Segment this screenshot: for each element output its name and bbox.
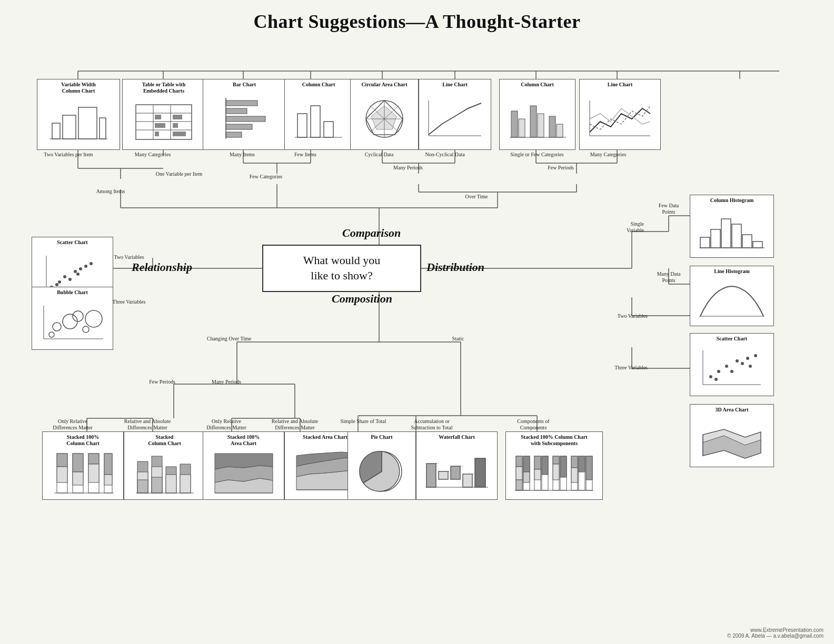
svg-rect-179 xyxy=(88,454,99,464)
svg-rect-148 xyxy=(721,219,731,248)
svg-rect-218 xyxy=(516,480,522,490)
column-chart-fewcat-title: Column Chart xyxy=(521,82,554,88)
line-noncycl-visual xyxy=(421,89,489,148)
footer-line1: www.ExtremePresentation.com xyxy=(727,627,823,633)
components-label: Components of Components xyxy=(510,418,557,431)
svg-point-129 xyxy=(68,278,72,281)
svg-point-162 xyxy=(714,378,718,381)
circular-area-box: Circular Area Chart xyxy=(350,79,419,150)
svg-rect-217 xyxy=(516,467,522,480)
svg-point-157 xyxy=(730,370,733,373)
many-categories-label: Many Categories xyxy=(132,152,174,158)
pie-chart-box: Pie Chart xyxy=(348,431,416,500)
few-items-label: Few Items xyxy=(290,152,321,158)
stacked-col-box: StackedColumn Chart xyxy=(124,431,205,500)
column-chart-fewcat-box: Column Chart xyxy=(499,79,575,150)
svg-rect-174 xyxy=(57,467,67,482)
line-chart-manycat-box: Line Chart xyxy=(579,79,661,150)
svg-rect-209 xyxy=(475,458,485,487)
svg-rect-118 xyxy=(519,119,525,137)
svg-rect-101 xyxy=(226,124,252,129)
line-histogram-title: Line Histogram xyxy=(714,268,750,275)
svg-point-161 xyxy=(749,365,752,368)
svg-rect-117 xyxy=(511,111,518,137)
composition-label: Composition xyxy=(332,292,392,306)
svg-rect-229 xyxy=(553,464,559,480)
svg-rect-177 xyxy=(73,472,83,485)
line-histogram-visual xyxy=(692,276,771,325)
waterfall-title: Waterfall Chart xyxy=(439,434,475,440)
single-variable-label: Single Variable xyxy=(612,221,644,234)
svg-rect-106 xyxy=(324,122,333,137)
svg-rect-98 xyxy=(226,100,257,106)
svg-point-134 xyxy=(55,283,58,286)
only-relative-2-label: Only Relative Differences Matter xyxy=(200,418,253,431)
relationship-label: Relationship xyxy=(132,260,192,274)
pie-visual xyxy=(350,441,413,498)
many-data-points-label: Many Data Points xyxy=(653,271,684,284)
svg-rect-82 xyxy=(63,115,76,139)
bubble-chart-title: Bubble Chart xyxy=(57,289,88,296)
svg-rect-190 xyxy=(152,477,162,493)
simple-share-label: Simple Share of Total xyxy=(340,418,387,425)
column-chart-few-title: Column Chart xyxy=(302,82,335,88)
svg-rect-121 xyxy=(549,116,555,137)
svg-rect-97 xyxy=(173,132,186,136)
among-items-label: Among Items xyxy=(84,188,137,195)
stacked-col-visual xyxy=(126,448,203,498)
svg-point-140 xyxy=(83,326,89,333)
non-cyclical-label: Non-Cyclical Data xyxy=(421,152,469,158)
svg-rect-194 xyxy=(180,475,191,493)
pie-chart-title: Pie Chart xyxy=(371,434,392,440)
three-variables-dist-label: Three Variables xyxy=(613,365,648,371)
svg-rect-94 xyxy=(155,132,159,136)
distribution-label: Distribution xyxy=(426,260,484,274)
svg-point-139 xyxy=(63,314,77,329)
scatter-rel-title: Scatter Chart xyxy=(57,239,87,246)
svg-point-156 xyxy=(725,365,728,368)
area-3d-visual xyxy=(692,414,771,466)
main-title: Chart Suggestions—A Thought-Starter xyxy=(11,11,823,33)
center-question-text: What would you like to show? xyxy=(303,253,381,283)
svg-rect-81 xyxy=(52,123,60,139)
svg-rect-183 xyxy=(104,475,112,485)
svg-rect-192 xyxy=(166,475,176,493)
col-histogram-box: Column Histogram xyxy=(690,195,774,258)
svg-rect-83 xyxy=(78,107,97,139)
svg-point-133 xyxy=(90,262,93,265)
svg-rect-234 xyxy=(571,468,578,482)
stacked100-area-visual xyxy=(205,448,282,498)
stacked100-sub-title: Stacked 100% Column Chartwith Subcompone… xyxy=(521,434,587,447)
relative-absolute-1-label: Relative and Absolute Differences Matter xyxy=(116,418,179,431)
line-chart-noncycl-title: Line Chart xyxy=(442,82,468,88)
svg-point-128 xyxy=(63,275,66,278)
svg-rect-226 xyxy=(542,456,548,475)
svg-rect-95 xyxy=(173,115,182,119)
svg-rect-102 xyxy=(226,132,242,137)
svg-rect-206 xyxy=(439,471,448,479)
page: Chart Suggestions—A Thought-Starter xyxy=(0,0,834,644)
svg-rect-92 xyxy=(155,115,161,119)
column-few-visual xyxy=(287,89,350,148)
svg-rect-205 xyxy=(426,464,436,487)
column-chart-few-box: Column Chart xyxy=(284,79,353,150)
svg-rect-216 xyxy=(516,456,522,467)
comparison-label: Comparison xyxy=(342,226,401,240)
many-categories-top-label: Many Categories xyxy=(584,152,632,158)
svg-rect-233 xyxy=(571,456,578,468)
svg-point-141 xyxy=(73,311,83,321)
col-histogram-title: Column Histogram xyxy=(710,197,754,204)
many-items-label: Many Items xyxy=(224,152,261,158)
svg-rect-236 xyxy=(579,456,585,472)
circular-area-title: Circular Area Chart xyxy=(361,82,407,88)
bubble-chart-box: Bubble Chart xyxy=(32,287,113,350)
few-periods-comp-label: Few Periods xyxy=(141,379,183,385)
two-variables-rel-label: Two Variables xyxy=(108,254,150,260)
changing-over-time-label: Changing Over Time xyxy=(205,336,253,342)
svg-point-158 xyxy=(736,359,739,363)
variable-width-column-title: Variable WidthColumn Chart xyxy=(61,82,96,94)
svg-point-132 xyxy=(84,265,87,268)
svg-rect-122 xyxy=(557,124,563,137)
scatter-dist-visual xyxy=(692,343,771,395)
svg-rect-221 xyxy=(523,472,530,482)
